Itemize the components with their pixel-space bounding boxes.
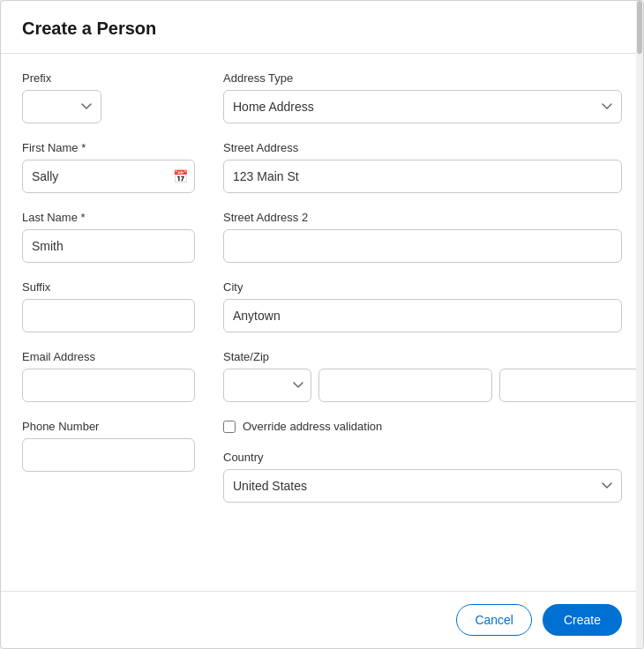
country-group: Country United States Canada United King… <box>223 451 622 503</box>
state-zip-label: State/Zip <box>223 350 622 363</box>
address-type-label: Address Type <box>223 71 622 85</box>
form-grid: Prefix Mr. Mrs. Ms. Dr. First Name * 📅 <box>22 71 622 520</box>
left-column: Prefix Mr. Mrs. Ms. Dr. First Name * 📅 <box>22 71 195 520</box>
address-type-group: Address Type Home Address Work Address O… <box>223 71 622 123</box>
suffix-label: Suffix <box>22 280 195 294</box>
prefix-group: Prefix Mr. Mrs. Ms. Dr. <box>22 71 195 123</box>
phone-group: Phone Number <box>22 420 195 472</box>
email-label: Email Address <box>22 350 195 363</box>
first-name-input-wrapper: 📅 <box>22 160 195 193</box>
zip-input[interactable] <box>318 369 492 402</box>
prefix-label: Prefix <box>22 71 195 85</box>
modal-container: Create a Person Prefix Mr. Mrs. Ms. Dr. <box>0 0 644 649</box>
street1-input[interactable] <box>223 160 622 193</box>
street1-label: Street Address <box>223 141 622 154</box>
suffix-input[interactable] <box>22 299 195 332</box>
street1-group: Street Address <box>223 141 622 193</box>
last-name-label: Last Name * <box>22 211 195 224</box>
state-select[interactable]: AL AK CA NY TX <box>223 369 311 402</box>
street2-label: Street Address 2 <box>223 211 622 224</box>
city-input[interactable] <box>223 299 622 332</box>
scrollbar-thumb[interactable] <box>637 1 642 54</box>
street2-group: Street Address 2 <box>223 211 622 263</box>
modal-body: Prefix Mr. Mrs. Ms. Dr. First Name * 📅 <box>1 54 643 591</box>
country-select[interactable]: United States Canada United Kingdom <box>223 469 622 503</box>
address-type-select[interactable]: Home Address Work Address Other <box>223 90 622 123</box>
override-row: Override address validation <box>223 420 622 433</box>
state-zip-inputs: AL AK CA NY TX <box>223 369 622 402</box>
first-name-input[interactable] <box>22 160 195 193</box>
first-name-label: First Name * <box>22 141 195 154</box>
modal-header: Create a Person <box>1 1 643 54</box>
modal-title: Create a Person <box>22 19 622 39</box>
street2-input[interactable] <box>223 229 622 263</box>
prefix-select[interactable]: Mr. Mrs. Ms. Dr. <box>22 90 101 123</box>
suffix-group: Suffix <box>22 280 195 332</box>
last-name-input[interactable] <box>22 229 195 263</box>
calendar-icon: 📅 <box>173 169 188 183</box>
city-group: City <box>223 280 622 332</box>
email-group: Email Address <box>22 350 195 402</box>
create-button[interactable]: Create <box>543 604 622 636</box>
phone-input[interactable] <box>22 438 195 472</box>
country-label: Country <box>223 451 622 464</box>
email-input[interactable] <box>22 369 195 402</box>
first-name-group: First Name * 📅 <box>22 141 195 193</box>
zip-ext-input[interactable] <box>499 369 643 402</box>
scrollbar-track[interactable] <box>636 1 643 648</box>
right-column: Address Type Home Address Work Address O… <box>223 71 622 520</box>
phone-label: Phone Number <box>22 420 195 433</box>
override-checkbox[interactable] <box>223 421 236 433</box>
cancel-button[interactable]: Cancel <box>456 604 532 636</box>
state-zip-group: State/Zip AL AK CA NY TX <box>223 350 622 402</box>
override-label: Override address validation <box>243 420 382 433</box>
city-label: City <box>223 280 622 294</box>
modal-footer: Cancel Create <box>1 591 643 648</box>
last-name-group: Last Name * <box>22 211 195 263</box>
